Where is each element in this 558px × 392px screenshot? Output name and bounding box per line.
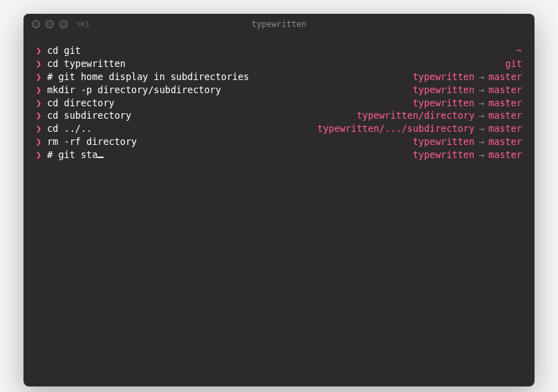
terminal-line: ❯ cd git ~ [36, 44, 522, 57]
prompt-symbol: ❯ [36, 109, 41, 122]
command-text: # git sta [47, 148, 97, 161]
right-path: typewritten [413, 135, 474, 148]
command-text: cd typewritten [47, 57, 126, 70]
maximize-button[interactable] [59, 20, 68, 28]
window-title: typewritten [251, 19, 306, 29]
terminal-line: ❯ mkdir -p directory/subdirectory typewr… [36, 84, 522, 97]
prompt-symbol: ❯ [36, 135, 41, 148]
right-path: typewritten/directory [356, 109, 474, 122]
git-branch: master [488, 135, 522, 148]
right-path: ~ [517, 44, 522, 57]
prompt-symbol: ❯ [36, 148, 41, 161]
git-branch: master [488, 148, 522, 161]
git-branch: master [488, 97, 522, 110]
command-text: rm -rf directory [47, 135, 137, 148]
terminal-line: ❯ cd subdirectory typewritten/directory … [36, 109, 522, 122]
arrow-icon: → [479, 70, 484, 84]
git-branch: master [488, 122, 522, 135]
terminal-line: ❯ cd ../.. typewritten/.../subdirectory … [36, 122, 522, 135]
arrow-icon: → [479, 109, 484, 122]
right-path: typewritten/.../subdirectory [318, 122, 475, 135]
arrow-icon: → [479, 135, 484, 148]
command-text: cd ../.. [47, 122, 92, 135]
command-text: # git home display in subdirectories [47, 70, 249, 84]
terminal-body[interactable]: ❯ cd git ~ ❯ cd typewritten git ❯ # git … [23, 35, 535, 171]
right-path: typewritten [413, 97, 474, 110]
right-path: typewritten [413, 84, 474, 97]
right-path: git [506, 57, 522, 70]
terminal-line: ❯ # git home display in subdirectories t… [36, 70, 522, 84]
minimize-button[interactable] [46, 20, 54, 28]
terminal-line: ❯ cd directory typewritten → master [36, 97, 522, 110]
title-bar: ⌥⌘1 typewritten [23, 14, 535, 35]
prompt-symbol: ❯ [36, 70, 41, 84]
command-text: cd directory [47, 97, 115, 110]
prompt-symbol: ❯ [36, 84, 41, 97]
git-branch: master [488, 109, 522, 122]
prompt-symbol: ❯ [36, 57, 41, 70]
arrow-icon: → [479, 97, 484, 110]
command-text: cd git [47, 44, 81, 57]
prompt-symbol: ❯ [36, 44, 41, 57]
cursor [97, 149, 104, 159]
git-branch: master [488, 70, 522, 84]
git-branch: master [488, 84, 522, 97]
terminal-line: ❯ rm -rf directory typewritten → master [36, 135, 522, 148]
prompt-symbol: ❯ [36, 97, 41, 110]
close-button[interactable] [32, 20, 40, 28]
tab-hint: ⌥⌘1 [76, 20, 90, 29]
prompt-symbol: ❯ [36, 122, 41, 135]
arrow-icon: → [479, 84, 484, 97]
command-text: cd subdirectory [47, 109, 131, 122]
command-text: mkdir -p directory/subdirectory [47, 84, 221, 97]
arrow-icon: → [479, 122, 484, 135]
right-path: typewritten [413, 70, 474, 84]
terminal-window: ⌥⌘1 typewritten ❯ cd git ~ ❯ cd typewrit… [23, 14, 535, 386]
terminal-line: ❯ cd typewritten git [36, 57, 522, 70]
terminal-line: ❯ # git sta typewritten → master [36, 148, 522, 161]
traffic-lights [32, 20, 68, 28]
right-path: typewritten [413, 148, 474, 161]
arrow-icon: → [479, 148, 484, 161]
